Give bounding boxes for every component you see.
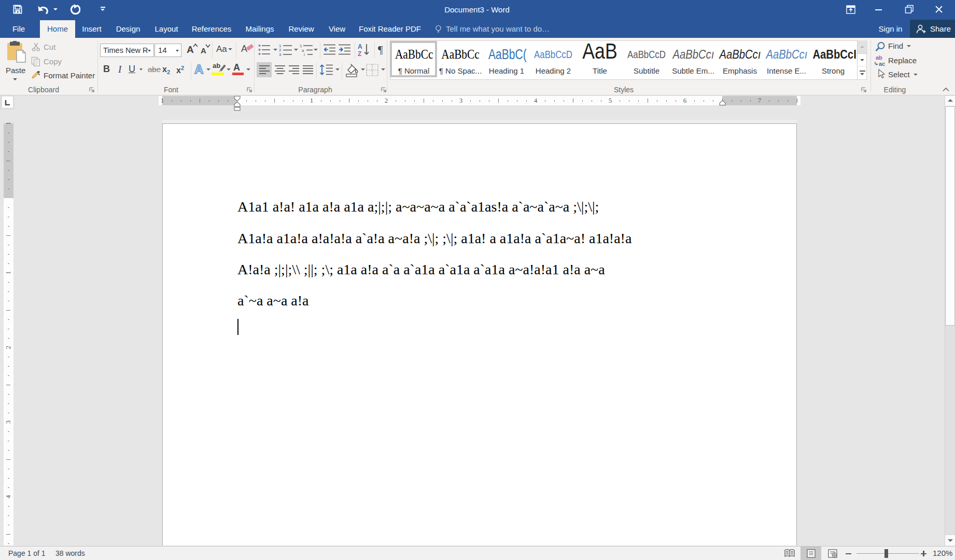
svg-text:Z: Z xyxy=(358,50,361,57)
svg-text:i: i xyxy=(304,52,305,56)
svg-text:ac: ac xyxy=(879,61,885,67)
svg-text:ab: ab xyxy=(876,54,882,61)
svg-text:3: 3 xyxy=(279,52,282,57)
svg-text:A: A xyxy=(358,43,362,50)
